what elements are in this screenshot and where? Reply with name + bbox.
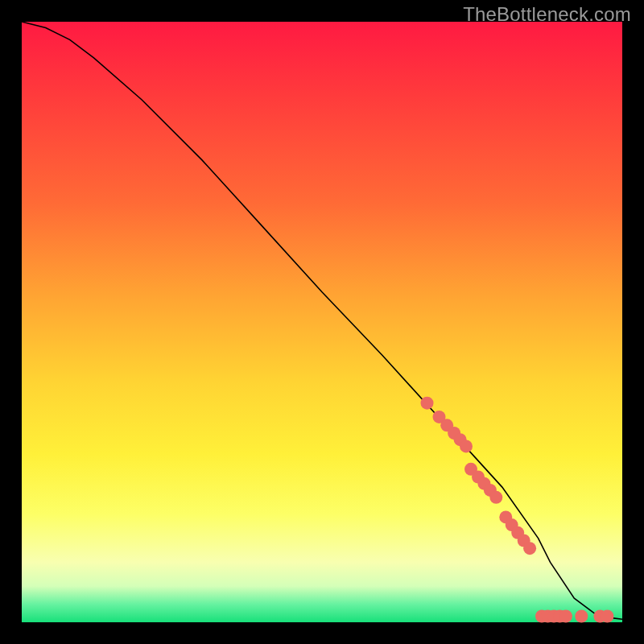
marker-dot xyxy=(460,440,473,452)
curve-line xyxy=(22,22,622,619)
marker-dot xyxy=(421,397,434,410)
chart-markers xyxy=(421,397,614,623)
marker-dot xyxy=(575,610,588,623)
chart-overlay xyxy=(0,0,644,644)
marker-dot xyxy=(559,610,572,623)
marker-dot xyxy=(523,542,536,555)
marker-dot xyxy=(489,491,502,504)
marker-dot xyxy=(601,610,613,623)
chart-curve xyxy=(22,22,622,619)
